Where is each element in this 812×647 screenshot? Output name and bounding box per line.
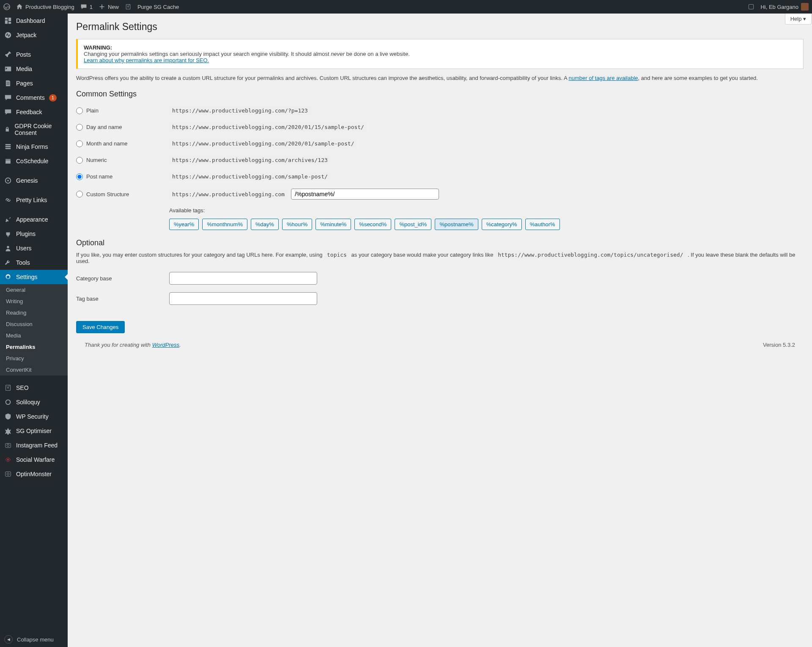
sub-general[interactable]: General [0, 284, 68, 296]
custom-structure-input[interactable] [291, 189, 439, 200]
footer-wp-link[interactable]: WordPress [152, 342, 179, 348]
sidebar-item-sg-optimiser[interactable]: SG Optimiser [0, 424, 68, 438]
perm-option-plain[interactable]: Plain [76, 107, 169, 114]
sub-writing[interactable]: Writing [0, 296, 68, 307]
sidebar-item-social-warfare[interactable]: Social Warfare [0, 452, 68, 467]
perm-option-post-name[interactable]: Post name [76, 173, 169, 180]
sidebar-item-gdpr-cookie-consent[interactable]: GDPR Cookie Consent [0, 119, 68, 140]
sidebar-item-settings[interactable]: Settings [0, 270, 68, 284]
tag-hour[interactable]: %hour% [282, 219, 312, 230]
bar-purge[interactable]: Purge SG Cache [137, 4, 179, 10]
sidebar-item-coschedule[interactable]: CoSchedule [0, 154, 68, 168]
optional-heading: Optional [76, 239, 804, 247]
sidebar-item-dashboard[interactable]: Dashboard [0, 14, 68, 28]
perm-example: https://www.productiveblogging.com/sampl… [169, 172, 331, 181]
sidebar-item-plugins[interactable]: Plugins [0, 227, 68, 241]
perm-option-day-and-name[interactable]: Day and name [76, 124, 169, 131]
sub-discussion[interactable]: Discussion [0, 318, 68, 330]
intro-text: WordPress offers you the ability to crea… [76, 75, 804, 81]
sidebar-item-appearance[interactable]: Appearance [0, 212, 68, 227]
common-heading: Common Settings [76, 90, 804, 99]
tag-base-label: Tag base [76, 296, 169, 302]
tags-link[interactable]: number of tags are available [568, 75, 638, 81]
svg-point-5 [7, 246, 9, 248]
sub-convertkit[interactable]: ConvertKit [0, 364, 68, 376]
sidebar-item-users[interactable]: Users [0, 241, 68, 255]
perm-example: https://www.productiveblogging.com/2020/… [169, 123, 367, 132]
tag-author[interactable]: %author% [525, 219, 560, 230]
category-base-input[interactable] [169, 272, 317, 285]
svg-point-11 [7, 473, 9, 475]
sidebar-item-media[interactable]: Media [0, 62, 68, 76]
tag-minute[interactable]: %minute% [315, 219, 351, 230]
perm-option-numeric[interactable]: Numeric [76, 157, 169, 164]
svg-point-8 [7, 444, 9, 446]
bar-new[interactable]: New [99, 3, 119, 10]
perm-example: https://www.productiveblogging.com/archi… [169, 156, 331, 164]
svg-rect-10 [5, 472, 11, 477]
svg-point-9 [7, 459, 9, 461]
tag-year[interactable]: %year% [169, 219, 199, 230]
save-button[interactable]: Save Changes [76, 321, 125, 333]
svg-rect-1 [749, 4, 754, 9]
sub-reading[interactable]: Reading [0, 307, 68, 318]
help-button[interactable]: Help ▾ [785, 14, 812, 25]
category-base-label: Category base [76, 275, 169, 282]
tag-monthnum[interactable]: %monthnum% [202, 219, 247, 230]
perm-option-month-and-name[interactable]: Month and name [76, 140, 169, 147]
tag-second[interactable]: %second% [354, 219, 391, 230]
sidebar-item-tools[interactable]: Tools [0, 255, 68, 270]
wp-logo-icon[interactable] [3, 3, 10, 10]
tag-post_id[interactable]: %post_id% [395, 219, 431, 230]
bar-site[interactable]: Productive Blogging [16, 3, 74, 10]
sidebar-item-feedback[interactable]: Feedback [0, 105, 68, 119]
sidebar-item-posts[interactable]: Posts [0, 47, 68, 62]
sidebar-item-seo[interactable]: SEO [0, 381, 68, 395]
tag-day[interactable]: %day% [251, 219, 279, 230]
sidebar-item-pages[interactable]: Pages [0, 76, 68, 90]
sidebar-item-optinmonster[interactable]: OptinMonster [0, 467, 68, 481]
sidebar-item-pretty-links[interactable]: Pretty Links [0, 193, 68, 207]
sidebar-item-instagram-feed[interactable]: Instagram Feed [0, 438, 68, 452]
bar-notify-icon[interactable] [748, 3, 754, 10]
bar-comments[interactable]: 1 [80, 3, 93, 10]
bar-yoast[interactable] [125, 3, 132, 10]
available-tags-label: Available tags: [169, 207, 804, 214]
sub-media[interactable]: Media [0, 330, 68, 341]
optional-text: If you like, you may enter custom struct… [76, 252, 804, 264]
version-text: Version 5.3.2 [763, 342, 795, 348]
sub-permalinks[interactable]: Permalinks [0, 341, 68, 353]
perm-option-custom-structure[interactable]: Custom Structure [76, 191, 169, 197]
sidebar-item-wp-security[interactable]: WP Security [0, 409, 68, 424]
sidebar-item-jetpack[interactable]: Jetpack [0, 28, 68, 42]
sub-privacy[interactable]: Privacy [0, 353, 68, 364]
tag-category[interactable]: %category% [482, 219, 522, 230]
tag-postname[interactable]: %postname% [435, 219, 478, 230]
sidebar-item-comments[interactable]: Comments1 [0, 90, 68, 105]
svg-point-4 [7, 180, 9, 181]
sidebar-item-genesis[interactable]: Genesis [0, 173, 68, 188]
svg-point-6 [6, 400, 11, 405]
collapse-menu[interactable]: Collapse menu [0, 632, 68, 647]
perm-example: https://www.productiveblogging.com/?p=12… [169, 106, 311, 115]
sidebar-item-ninja-forms[interactable]: Ninja Forms [0, 140, 68, 154]
tag-base-input[interactable] [169, 292, 317, 305]
page-title: Permalink Settings [76, 21, 804, 33]
perm-example: https://www.productiveblogging.com/2020/… [169, 139, 357, 148]
svg-point-2 [5, 32, 11, 38]
warn-link[interactable]: Learn about why permalinks are important… [84, 57, 209, 63]
warning-notice: WARNING: Changing your permalinks settin… [76, 39, 804, 69]
bar-user[interactable]: Hi, Eb Gargano [760, 3, 809, 11]
sidebar-item-soliloquy[interactable]: Soliloquy [0, 395, 68, 409]
avatar [801, 3, 809, 11]
